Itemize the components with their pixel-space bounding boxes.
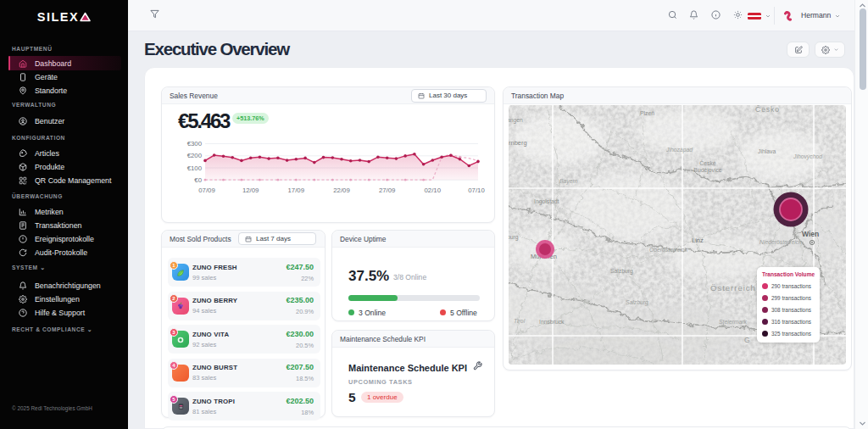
svg-text:Budějovice: Budějovice bbox=[693, 167, 721, 174]
svg-text:Niederösterreich: Niederösterreich bbox=[760, 239, 802, 245]
svg-text:České: České bbox=[699, 159, 715, 166]
svg-text:07/09: 07/09 bbox=[198, 187, 215, 194]
svg-text:Ingolstadt: Ingolstadt bbox=[534, 198, 559, 205]
svg-text:Jihovýchod: Jihovýchod bbox=[793, 153, 822, 160]
svg-text:rnberg: rnberg bbox=[509, 139, 527, 147]
svg-text:Wien: Wien bbox=[802, 230, 819, 238]
svg-text:17/09: 17/09 bbox=[288, 187, 305, 194]
svg-text:22/09: 22/09 bbox=[333, 187, 350, 194]
svg-text:Steiermark: Steiermark bbox=[719, 319, 747, 325]
svg-text:€0: €0 bbox=[194, 176, 202, 184]
svg-text:burg: burg bbox=[509, 234, 519, 241]
svg-text:Innsbruck: Innsbruck bbox=[539, 319, 565, 325]
svg-text:Česko: Česko bbox=[755, 105, 780, 114]
svg-text:27/09: 27/09 bbox=[379, 187, 396, 194]
svg-text:07/10: 07/10 bbox=[468, 187, 485, 194]
svg-text:02/10: 02/10 bbox=[425, 187, 442, 194]
svg-text:Bayern: Bayern bbox=[559, 178, 578, 185]
svg-text:Linz: Linz bbox=[692, 237, 704, 244]
svg-text:G: G bbox=[744, 336, 750, 344]
svg-text:Jihlava: Jihlava bbox=[758, 148, 776, 154]
svg-text:€100: €100 bbox=[187, 164, 203, 172]
svg-text:€300: €300 bbox=[187, 140, 203, 148]
svg-text:angen: angen bbox=[509, 117, 523, 124]
svg-text:Salzburg: Salzburg bbox=[626, 299, 648, 306]
svg-text:Jihozápad: Jihozápad bbox=[665, 147, 693, 153]
svg-text:Salzburg: Salzburg bbox=[610, 268, 633, 275]
svg-text:Tirol: Tirol bbox=[514, 318, 526, 324]
svg-text:Österreich: Österreich bbox=[710, 283, 756, 292]
svg-text:12/09: 12/09 bbox=[242, 187, 259, 194]
svg-text:Plzeň: Plzeň bbox=[640, 110, 654, 116]
svg-text:€200: €200 bbox=[187, 152, 203, 159]
svg-text:Oberösterreich: Oberösterreich bbox=[649, 247, 687, 253]
